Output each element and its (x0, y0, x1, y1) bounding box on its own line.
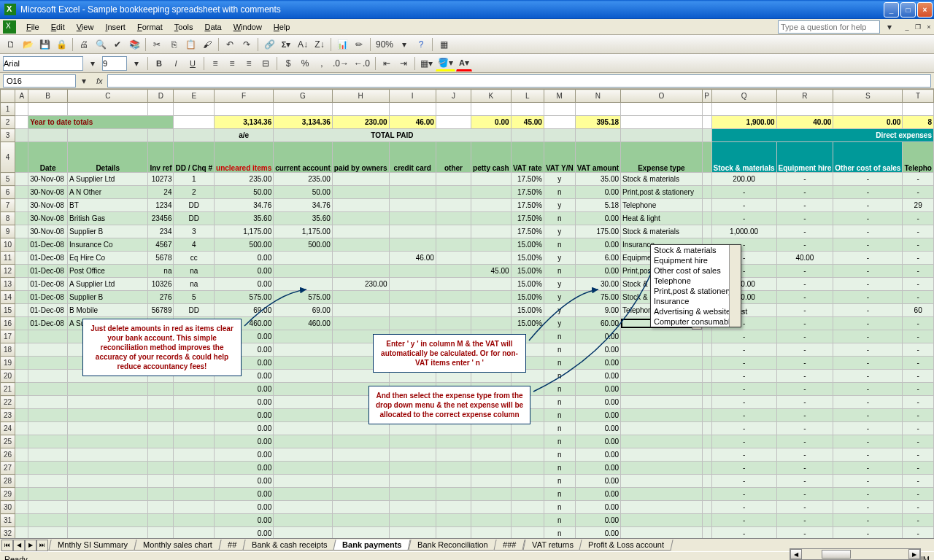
cell[interactable]: - (903, 343, 934, 357)
cell[interactable] (389, 265, 436, 278)
dropdown-option[interactable]: Print,post & stationery (651, 286, 741, 296)
cell[interactable]: 01-Dec-08 (28, 317, 68, 330)
cell[interactable] (471, 225, 511, 238)
cell[interactable] (471, 278, 511, 291)
col-header[interactable]: B (28, 90, 68, 103)
chart-button[interactable]: 📊 (334, 36, 350, 52)
tab-first-button[interactable]: ⏮ (1, 540, 13, 551)
cell[interactable]: n (544, 383, 575, 396)
cell[interactable]: - (903, 370, 934, 383)
cell[interactable]: 0.00 (215, 527, 274, 539)
cell[interactable]: - (776, 317, 833, 330)
format-painter-button[interactable]: 🖌 (199, 36, 215, 52)
cell[interactable]: 0.00 (833, 116, 903, 129)
spreadsheet-grid[interactable]: ABCDEFGHIJKLMNOPQRST12Year to date total… (0, 89, 934, 538)
align-right-button[interactable]: ≡ (241, 55, 257, 71)
cell[interactable] (389, 212, 436, 225)
cell[interactable] (332, 291, 389, 304)
cell[interactable]: - (711, 435, 776, 448)
cell[interactable]: n (544, 343, 575, 357)
cell[interactable]: Eq Hire Co (68, 252, 148, 265)
cell[interactable] (471, 238, 511, 252)
cell[interactable]: - (776, 225, 833, 238)
col-header[interactable]: D (148, 90, 174, 103)
cell[interactable]: 69.00 (215, 304, 274, 317)
cell[interactable]: 0.00 (575, 527, 620, 539)
cell[interactable]: 0.00 (575, 488, 620, 501)
cell[interactable]: 0.00 (575, 265, 620, 278)
cell[interactable]: - (776, 448, 833, 462)
cell[interactable]: 56789 (148, 304, 174, 317)
permission-button[interactable]: 🔒 (53, 36, 69, 52)
cell[interactable]: 60.00 (575, 317, 620, 330)
cell[interactable] (471, 291, 511, 304)
cell[interactable]: 1,175.00 (274, 225, 333, 238)
cell[interactable]: Insurance Co (68, 238, 148, 252)
cell[interactable]: y (544, 199, 575, 212)
cell[interactable] (436, 291, 471, 304)
cell[interactable]: - (903, 238, 934, 252)
cell[interactable]: A N Other (68, 186, 148, 199)
cell[interactable]: Supplier B (68, 291, 148, 304)
cell[interactable]: - (833, 448, 903, 462)
col-header[interactable]: M (544, 90, 575, 103)
cell[interactable]: 575.00 (215, 291, 274, 304)
help-dropdown-icon[interactable]: ▾ (881, 19, 898, 35)
cell[interactable]: 0.00 (575, 422, 620, 435)
cell[interactable]: 34.76 (274, 199, 333, 212)
cell[interactable]: Heat & light (621, 212, 703, 225)
font-name-select[interactable] (3, 56, 83, 71)
pivot-button[interactable]: ▦ (436, 36, 452, 52)
cell[interactable]: n (544, 370, 575, 383)
cell[interactable]: - (776, 265, 833, 278)
name-dropdown-icon[interactable]: ▾ (76, 73, 92, 89)
percent-button[interactable]: % (297, 55, 313, 71)
cell[interactable]: - (833, 396, 903, 409)
cell[interactable]: - (833, 501, 903, 514)
cell[interactable]: 34.76 (215, 199, 274, 212)
cell[interactable] (471, 199, 511, 212)
cell[interactable]: 460.00 (274, 317, 333, 330)
cell[interactable]: - (776, 370, 833, 383)
menu-view[interactable]: View (71, 21, 100, 33)
app-icon[interactable] (3, 20, 16, 34)
col-header[interactable]: C (68, 90, 148, 103)
cell[interactable]: 0.00 (215, 514, 274, 527)
cell[interactable]: y (544, 225, 575, 238)
cell[interactable]: 0.00 (215, 278, 274, 291)
cell[interactable]: - (833, 317, 903, 330)
cell[interactable]: 01-Dec-08 (28, 265, 68, 278)
help-button[interactable]: ? (413, 36, 429, 52)
cell[interactable]: 0.00 (215, 383, 274, 396)
cell[interactable] (436, 238, 471, 252)
expense-type-dropdown[interactable]: Stock & materialsEquipment hireOther cos… (650, 244, 741, 327)
borders-button[interactable]: ▦▾ (418, 55, 435, 71)
cell[interactable]: 1,175.00 (215, 225, 274, 238)
sort-asc-button[interactable]: A↓ (295, 36, 311, 52)
cell[interactable]: 0.00 (215, 422, 274, 435)
cell[interactable]: 35.60 (274, 212, 333, 225)
cell[interactable] (389, 304, 436, 317)
cell[interactable]: DD (174, 304, 215, 317)
cell[interactable]: - (903, 462, 934, 475)
cell[interactable]: 0.00 (575, 212, 620, 225)
cell[interactable]: - (903, 527, 934, 539)
currency-button[interactable]: $ (280, 55, 296, 71)
col-header[interactable]: O (621, 90, 703, 103)
cell[interactable]: 35.60 (215, 212, 274, 225)
cell[interactable]: na (148, 265, 174, 278)
cell[interactable] (332, 304, 389, 317)
preview-button[interactable]: 🔍 (93, 36, 109, 52)
font-size-select[interactable] (102, 56, 127, 71)
cell[interactable]: - (711, 212, 776, 225)
cell[interactable] (274, 278, 333, 291)
cell[interactable]: y (544, 173, 575, 186)
cell[interactable]: - (903, 383, 934, 396)
doc-restore-button[interactable]: ❐ (913, 22, 923, 32)
cell[interactable] (436, 173, 471, 186)
cell[interactable]: - (833, 343, 903, 357)
cell[interactable]: 2 (174, 186, 215, 199)
cell[interactable] (274, 252, 333, 265)
col-header[interactable]: H (332, 90, 389, 103)
dropdown-option[interactable]: Telephone (651, 276, 741, 286)
